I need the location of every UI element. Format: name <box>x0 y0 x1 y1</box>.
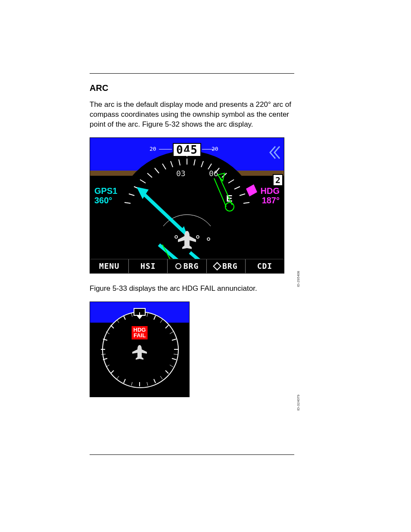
svg-line-16 <box>165 370 168 373</box>
hdg-select-value: 187° <box>262 196 280 205</box>
svg-line-28 <box>170 332 173 334</box>
softkey-menu[interactable]: MENU <box>90 259 129 273</box>
softkey-label: CDI <box>257 261 273 271</box>
softkey-label: MENU <box>99 261 119 271</box>
svg-line-26 <box>147 313 148 317</box>
page: ARC The arc is the default display mode … <box>0 0 411 532</box>
svg-line-15 <box>172 358 176 360</box>
hdg-fail-display: HDG FAIL <box>90 302 190 397</box>
softkey-bar: MENU HSI BRG BRG CDI <box>90 259 284 273</box>
heading-readout: 045 <box>173 143 201 157</box>
compass-num-03: 03 <box>176 169 186 178</box>
softkey-label: BRG <box>184 261 199 271</box>
svg-line-31 <box>160 376 162 379</box>
softkey-label: HSI <box>140 261 156 271</box>
bottom-rule-wrap <box>90 454 294 455</box>
compass-cardinal-e: E <box>226 193 233 204</box>
heading-select-readout: HDG 187° <box>261 186 280 205</box>
tape-num-left: 20 <box>149 146 156 152</box>
svg-line-29 <box>174 354 178 355</box>
paragraph-2: Figure 5-33 displays the arc HDG FAIL an… <box>90 284 294 294</box>
top-rule <box>90 73 294 74</box>
hdg-fail-svg <box>90 302 189 397</box>
softkey-brg1[interactable]: BRG <box>168 259 206 273</box>
paragraph-1: The arc is the default display mode and … <box>90 100 294 130</box>
svg-line-11 <box>154 316 156 320</box>
svg-line-33 <box>131 382 132 386</box>
figure-id-label: ID-295408 <box>296 271 300 287</box>
nav-source-id: GPS1 <box>94 186 117 196</box>
figure-hdg-fail: HDG FAIL <box>90 302 294 397</box>
svg-line-13 <box>172 339 176 340</box>
svg-line-12 <box>165 325 168 328</box>
diamond-icon <box>213 262 221 271</box>
svg-line-24 <box>111 325 114 328</box>
softkey-hsi[interactable]: HSI <box>129 259 168 273</box>
svg-line-21 <box>103 358 107 360</box>
svg-line-32 <box>147 382 148 386</box>
svg-line-36 <box>101 354 106 355</box>
svg-line-27 <box>160 320 162 323</box>
ownship-icon <box>132 345 147 360</box>
section-title: ARC <box>90 83 294 93</box>
svg-line-23 <box>103 339 107 340</box>
svg-line-35 <box>106 365 109 367</box>
figure-id-label: ID-324079 <box>296 395 300 411</box>
nav-source-value: 360° <box>94 196 112 205</box>
minimums-digit: 2 <box>273 174 283 186</box>
arc-hsi-display: 20 20 045 03 06 E 2 GPS1 360° HDG 187° <box>90 137 284 274</box>
tape-line-left <box>159 149 172 149</box>
svg-line-17 <box>154 379 156 383</box>
softkey-cdi[interactable]: CDI <box>246 259 284 273</box>
svg-line-20 <box>111 370 114 373</box>
svg-line-34 <box>117 376 119 379</box>
svg-line-38 <box>117 320 119 323</box>
svg-line-19 <box>124 379 125 383</box>
svg-line-25 <box>124 316 125 320</box>
svg-line-37 <box>106 332 109 334</box>
bottom-rule <box>90 454 294 455</box>
circle-icon <box>175 263 181 269</box>
content-column: ARC The arc is the default display mode … <box>90 73 294 408</box>
nav-source-readout: GPS1 360° <box>94 186 117 205</box>
compass-num-06: 06 <box>209 169 218 178</box>
svg-line-30 <box>170 365 173 367</box>
tape-num-right: 20 <box>212 146 218 152</box>
svg-line-39 <box>131 313 132 317</box>
figure-arc-display: 20 20 045 03 06 E 2 GPS1 360° HDG 187° <box>90 137 294 274</box>
softkey-label: BRG <box>222 261 238 271</box>
softkey-brg2[interactable]: BRG <box>207 259 246 273</box>
hdg-select-label: HDG <box>261 186 280 196</box>
